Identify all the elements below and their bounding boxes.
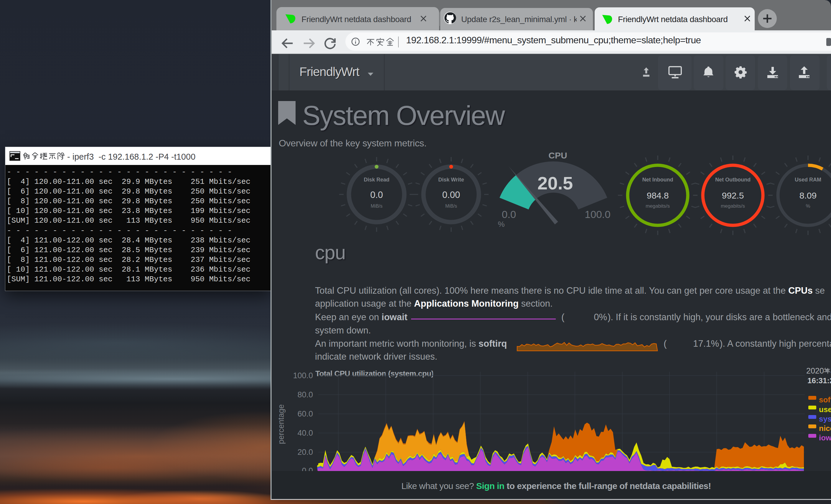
svg-text:0.0: 0.0	[302, 466, 313, 471]
svg-text:20.5: 20.5	[538, 173, 573, 193]
svg-text:%: %	[498, 220, 505, 229]
svg-text:992.5: 992.5	[722, 190, 744, 200]
svg-text:indicate network driver issues: indicate network driver issues.	[315, 351, 437, 362]
svg-text:Net Outbound: Net Outbound	[715, 177, 750, 183]
svg-text:17.1%: 17.1%	[693, 338, 719, 349]
svg-text:Used RAM: Used RAM	[795, 177, 821, 183]
svg-text:megabits/s: megabits/s	[721, 203, 745, 209]
svg-text:MiB/s: MiB/s	[371, 204, 382, 209]
svg-text:%: %	[806, 203, 810, 209]
svg-text:20.0: 20.0	[297, 448, 313, 456]
svg-text:iowait: iowait	[819, 433, 831, 442]
svg-text:Disk Write: Disk Write	[438, 177, 464, 183]
svg-text:984.8: 984.8	[647, 190, 669, 200]
svg-text:application usage at the Appli: application usage at the Applications Mo…	[315, 298, 552, 309]
svg-text:System Overview: System Overview	[302, 100, 505, 130]
svg-text:0%: 0%	[594, 312, 607, 322]
svg-text:80.0: 80.0	[297, 390, 313, 399]
svg-text:user: user	[819, 405, 831, 414]
svg-text:system: system	[819, 414, 831, 423]
svg-text:2020: 2020	[806, 366, 824, 375]
svg-text:Disk Read: Disk Read	[364, 177, 389, 183]
svg-text:100.0: 100.0	[585, 209, 610, 220]
svg-text:0.0: 0.0	[502, 209, 516, 220]
svg-text:Total CPU utilization (system.: Total CPU utilization (system.cpu)	[315, 369, 433, 378]
svg-text:Overview of the key system met: Overview of the key system metrics.	[279, 138, 427, 148]
svg-text:60.0: 60.0	[297, 410, 313, 418]
svg-text:Keep an eye on iowait: Keep an eye on iowait	[315, 312, 407, 322]
svg-text:8.09: 8.09	[800, 190, 816, 200]
svg-text:megabits/s: megabits/s	[646, 203, 670, 209]
svg-text:0.00: 0.00	[442, 190, 460, 200]
svg-text:cpu: cpu	[315, 241, 345, 263]
svg-text:40.0: 40.0	[297, 428, 313, 438]
svg-text:An important metric worth moni: An important metric worth monitoring, is…	[315, 338, 507, 349]
svg-text:100.0: 100.0	[293, 371, 313, 380]
svg-text:16:31:23: 16:31:23	[807, 376, 831, 385]
svg-text:Total CPU utilization (all cor: Total CPU utilization (all cores). 100% …	[315, 286, 825, 296]
svg-text:percentage: percentage	[277, 404, 286, 444]
svg-text:). A constantly high percentag: ). A constantly high percentage	[720, 338, 831, 349]
svg-text:nice: nice	[819, 424, 831, 433]
svg-text:). If it is constantly high, y: ). If it is constantly high, your disks …	[608, 312, 831, 322]
svg-text:Net Inbound: Net Inbound	[642, 177, 674, 183]
svg-text:(: (	[664, 338, 667, 349]
svg-text:0.0: 0.0	[370, 190, 383, 200]
svg-text:system down.: system down.	[315, 325, 371, 335]
svg-text:(: (	[562, 312, 565, 322]
svg-text:CPU: CPU	[548, 150, 567, 160]
svg-text:softirq: softirq	[819, 395, 831, 404]
svg-text:MiB/s: MiB/s	[445, 204, 457, 209]
